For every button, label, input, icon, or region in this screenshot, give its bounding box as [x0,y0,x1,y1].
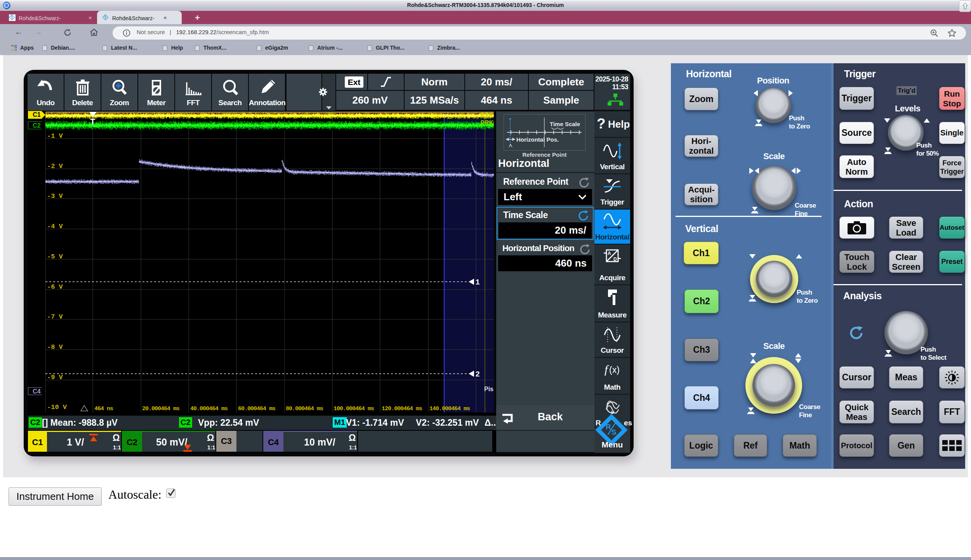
svg-text:40.000464 ms: 40.000464 ms [190,406,228,412]
svg-text:Horizontal Pos.: Horizontal Pos. [516,136,559,143]
svg-text:(x): (x) [609,365,620,375]
svg-text:Time Scale: Time Scale [550,121,580,127]
svg-text:100.000464 ms: 100.000464 ms [334,406,374,412]
svg-text:PRK: PRK [481,119,493,127]
svg-text:120.000464 ms: 120.000464 ms [382,406,422,412]
svg-text:PIK: PIK [481,112,493,119]
svg-text:D: D [613,257,617,262]
svg-text:T: T [90,117,96,127]
svg-text:A: A [608,251,611,256]
svg-text:464 ns: 464 ns [94,406,113,412]
svg-text:1: 1 [476,278,480,286]
svg-text:60.000464 ms: 60.000464 ms [238,406,276,412]
svg-text:80.000464 ms: 80.000464 ms [286,406,323,412]
svg-text:20.000464 ms: 20.000464 ms [142,406,180,412]
svg-text:2: 2 [476,370,480,378]
svg-text:Pis: Pis [484,386,493,392]
svg-text:f: f [604,363,609,376]
svg-text:140.000464 ms: 140.000464 ms [429,406,470,412]
